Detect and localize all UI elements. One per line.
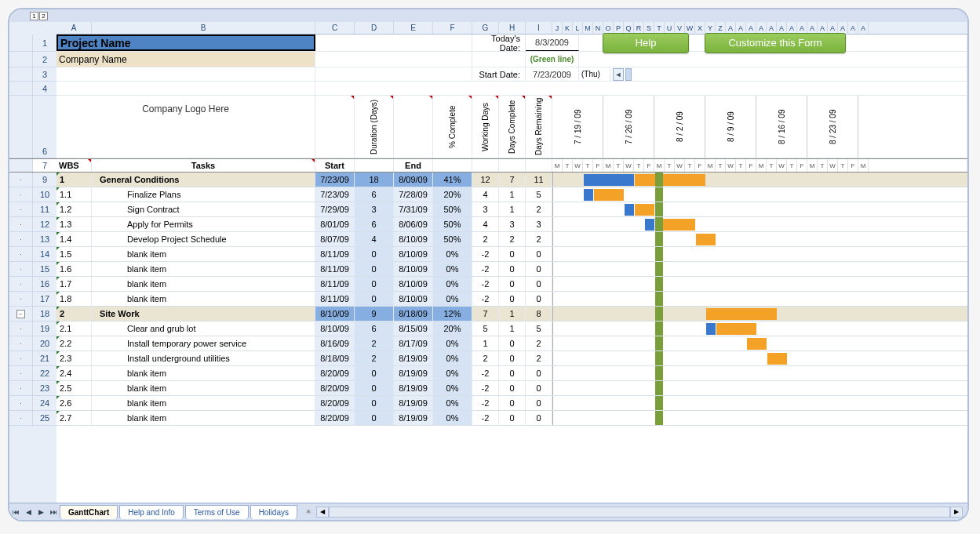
tab-ganttchart[interactable]: GanttChart bbox=[60, 505, 118, 519]
col-header-small[interactable]: X bbox=[695, 22, 705, 35]
outline-level-2[interactable]: 2 bbox=[39, 12, 48, 20]
row-header[interactable]: 24 bbox=[33, 398, 56, 408]
cell-start[interactable]: 8/20/09 bbox=[315, 411, 355, 425]
cell-days-remaining[interactable]: 0 bbox=[526, 262, 552, 276]
cell-days-remaining[interactable]: 0 bbox=[526, 366, 552, 380]
col-header-small[interactable]: K bbox=[563, 22, 573, 35]
cell-end[interactable]: 8/09/09 bbox=[394, 173, 433, 187]
cell-duration[interactable]: 18 bbox=[355, 173, 394, 187]
cell-days-complete[interactable]: 2 bbox=[499, 232, 526, 246]
table-row[interactable]: 1.7blank item8/11/0908/10/090%-200 bbox=[56, 277, 967, 292]
cell-working-days[interactable]: 2 bbox=[472, 232, 499, 246]
cell-end[interactable]: 8/15/09 bbox=[394, 321, 433, 336]
table-row[interactable]: 2.3Install underground utilities8/18/092… bbox=[56, 351, 967, 366]
row-header[interactable]: 3 bbox=[33, 70, 56, 79]
cell-task[interactable]: Develop Project Schedule bbox=[92, 232, 315, 246]
hscroll-right[interactable]: ▶ bbox=[950, 507, 963, 518]
cell-wbs[interactable]: 1.5 bbox=[56, 247, 92, 261]
cell-start[interactable]: 7/29/09 bbox=[315, 202, 355, 216]
cell-days-complete[interactable]: 0 bbox=[499, 336, 526, 351]
cell-task[interactable]: blank item bbox=[92, 247, 315, 261]
outline-toggle[interactable]: · bbox=[9, 262, 33, 276]
cell-end[interactable]: 7/28/09 bbox=[394, 187, 433, 202]
cell-working-days[interactable]: 1 bbox=[472, 336, 499, 351]
outline-toggle[interactable]: · bbox=[9, 336, 33, 351]
cell-task[interactable]: blank item bbox=[92, 366, 315, 380]
table-row[interactable]: 2.2Install temporary power service8/16/0… bbox=[56, 336, 967, 351]
cell-days-remaining[interactable]: 11 bbox=[526, 173, 552, 187]
cell-pct[interactable]: 0% bbox=[433, 381, 472, 395]
customize-button[interactable]: Customize this Form bbox=[705, 33, 846, 53]
table-row[interactable]: 2.1Clear and grub lot8/10/0968/15/0920%5… bbox=[56, 321, 967, 336]
col-header-small[interactable]: A bbox=[858, 22, 869, 35]
cell-end[interactable]: 8/10/09 bbox=[394, 247, 433, 261]
cell-wbs[interactable]: 1.3 bbox=[56, 217, 92, 231]
cell-task[interactable]: blank item bbox=[92, 262, 315, 276]
table-row[interactable]: 2.7blank item8/20/0908/19/090%-200 bbox=[56, 411, 967, 426]
cell-start[interactable]: 8/20/09 bbox=[315, 396, 355, 410]
cell-duration[interactable]: 9 bbox=[355, 307, 394, 321]
row-header[interactable]: 9 bbox=[33, 175, 56, 184]
col-header-e[interactable]: E bbox=[394, 22, 433, 34]
col-header-i[interactable]: I bbox=[526, 22, 552, 34]
cell-end[interactable]: 7/31/09 bbox=[394, 202, 433, 216]
cell-days-remaining[interactable]: 5 bbox=[526, 187, 552, 202]
cell-duration[interactable]: 6 bbox=[355, 217, 394, 231]
row-header[interactable]: 17 bbox=[33, 294, 56, 303]
cell-end[interactable]: 8/10/09 bbox=[394, 277, 433, 291]
cell-wbs[interactable]: 2.5 bbox=[56, 381, 92, 395]
cell-pct[interactable]: 0% bbox=[433, 351, 472, 365]
cell-wbs[interactable]: 1.7 bbox=[56, 277, 92, 291]
cell-start[interactable]: 8/11/09 bbox=[315, 292, 355, 306]
cell-wbs[interactable]: 2.6 bbox=[56, 396, 92, 410]
cell-end[interactable]: 8/19/09 bbox=[394, 366, 433, 380]
cell-duration[interactable]: 4 bbox=[355, 232, 394, 246]
col-header-small[interactable]: N bbox=[593, 22, 603, 35]
col-header-d[interactable]: D bbox=[355, 22, 394, 34]
cell-task[interactable]: Install temporary power service bbox=[92, 336, 315, 351]
cell-wbs[interactable]: 1.4 bbox=[56, 232, 92, 246]
cell-days-complete[interactable]: 0 bbox=[499, 411, 526, 425]
cell-end[interactable]: 8/19/09 bbox=[394, 381, 433, 395]
cell-pct[interactable]: 12% bbox=[433, 307, 472, 321]
cell-days-remaining[interactable]: 0 bbox=[526, 381, 552, 395]
cell-working-days[interactable]: 12 bbox=[472, 173, 499, 187]
cell-start[interactable]: 8/07/09 bbox=[315, 232, 355, 246]
cell-end[interactable]: 8/10/09 bbox=[394, 262, 433, 276]
outline-toggle[interactable]: · bbox=[9, 187, 33, 202]
cell-pct[interactable]: 50% bbox=[433, 232, 472, 246]
cell-days-remaining[interactable]: 0 bbox=[526, 247, 552, 261]
col-header-small[interactable]: A bbox=[848, 22, 858, 35]
col-header-small[interactable]: J bbox=[552, 22, 563, 35]
table-row[interactable]: 1.4Develop Project Schedule8/07/0948/10/… bbox=[56, 232, 967, 247]
row-header[interactable]: 19 bbox=[33, 324, 56, 333]
cell-end[interactable]: 8/06/09 bbox=[394, 217, 433, 231]
cell-working-days[interactable]: 2 bbox=[472, 351, 499, 365]
cell-days-complete[interactable]: 0 bbox=[499, 351, 526, 365]
cell-pct[interactable]: 0% bbox=[433, 336, 472, 351]
cell-wbs[interactable]: 2 bbox=[56, 307, 92, 321]
table-row[interactable]: 2.4blank item8/20/0908/19/090%-200 bbox=[56, 366, 967, 381]
cell-start[interactable]: 8/11/09 bbox=[315, 247, 355, 261]
row-header[interactable]: 1 bbox=[33, 38, 56, 48]
cell-working-days[interactable]: 4 bbox=[472, 217, 499, 231]
new-sheet-icon[interactable]: ✶ bbox=[305, 507, 311, 516]
col-header-small[interactable]: L bbox=[573, 22, 583, 35]
company-name-cell[interactable]: Company Name bbox=[56, 52, 315, 67]
row-header[interactable]: 4 bbox=[33, 84, 56, 93]
cell-task[interactable]: blank item bbox=[92, 292, 315, 306]
cell-task[interactable]: blank item bbox=[92, 396, 315, 410]
cell-task[interactable]: blank item bbox=[92, 277, 315, 291]
cell-days-complete[interactable]: 1 bbox=[499, 307, 526, 321]
cell-pct[interactable]: 50% bbox=[433, 217, 472, 231]
cell-working-days[interactable]: 4 bbox=[472, 187, 499, 202]
row-header[interactable]: 23 bbox=[33, 383, 56, 393]
cell-duration[interactable]: 0 bbox=[355, 381, 394, 395]
cell-duration[interactable]: 2 bbox=[355, 351, 394, 365]
row-header[interactable]: 12 bbox=[33, 220, 56, 229]
cell-pct[interactable]: 0% bbox=[433, 396, 472, 410]
row-header[interactable]: 15 bbox=[33, 264, 56, 274]
outline-toggle[interactable]: · bbox=[9, 217, 33, 231]
tab-nav-first[interactable]: ⏮ bbox=[9, 506, 22, 518]
logo-area[interactable]: Company Logo Here bbox=[56, 96, 315, 158]
